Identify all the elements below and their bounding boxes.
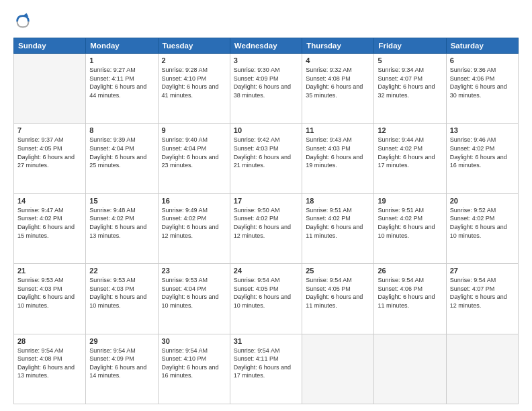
calendar-cell: 23Sunrise: 9:53 AMSunset: 4:04 PMDayligh… bbox=[158, 264, 230, 334]
day-info: Sunrise: 9:54 AMSunset: 4:11 PMDaylight:… bbox=[234, 347, 298, 380]
calendar-cell: 14Sunrise: 9:47 AMSunset: 4:02 PMDayligh… bbox=[14, 193, 86, 263]
calendar-cell: 21Sunrise: 9:53 AMSunset: 4:03 PMDayligh… bbox=[14, 264, 86, 334]
day-number: 25 bbox=[306, 267, 370, 275]
weekday-header-tuesday: Tuesday bbox=[158, 38, 230, 54]
day-number: 8 bbox=[89, 126, 154, 134]
day-number: 9 bbox=[162, 126, 226, 134]
day-info: Sunrise: 9:30 AMSunset: 4:09 PMDaylight:… bbox=[234, 66, 298, 99]
day-info: Sunrise: 9:50 AMSunset: 4:02 PMDaylight:… bbox=[234, 206, 298, 240]
calendar-cell bbox=[14, 54, 86, 124]
day-number: 21 bbox=[17, 267, 82, 275]
day-info: Sunrise: 9:49 AMSunset: 4:02 PMDaylight:… bbox=[162, 206, 226, 240]
day-info: Sunrise: 9:53 AMSunset: 4:03 PMDaylight:… bbox=[17, 276, 82, 310]
day-info: Sunrise: 9:37 AMSunset: 4:05 PMDaylight:… bbox=[17, 136, 82, 169]
day-info: Sunrise: 9:54 AMSunset: 4:08 PMDaylight:… bbox=[17, 347, 82, 380]
day-number: 23 bbox=[162, 267, 226, 275]
day-info: Sunrise: 9:54 AMSunset: 4:05 PMDaylight:… bbox=[234, 276, 298, 310]
day-number: 1 bbox=[89, 56, 154, 64]
day-info: Sunrise: 9:36 AMSunset: 4:06 PMDaylight:… bbox=[450, 66, 515, 99]
day-number: 14 bbox=[17, 197, 82, 205]
day-number: 24 bbox=[234, 267, 298, 275]
calendar-cell: 13Sunrise: 9:46 AMSunset: 4:02 PMDayligh… bbox=[446, 124, 518, 193]
day-info: Sunrise: 9:39 AMSunset: 4:04 PMDaylight:… bbox=[89, 136, 154, 169]
calendar-cell: 9Sunrise: 9:40 AMSunset: 4:04 PMDaylight… bbox=[158, 124, 230, 193]
calendar-cell: 28Sunrise: 9:54 AMSunset: 4:08 PMDayligh… bbox=[14, 334, 86, 404]
day-number: 20 bbox=[450, 197, 515, 205]
calendar-cell: 27Sunrise: 9:54 AMSunset: 4:07 PMDayligh… bbox=[446, 264, 518, 334]
day-number: 18 bbox=[306, 197, 370, 205]
day-number: 4 bbox=[306, 56, 370, 64]
calendar-table: SundayMondayTuesdayWednesdayThursdayFrid… bbox=[13, 38, 519, 404]
weekday-header-monday: Monday bbox=[86, 38, 158, 54]
day-number: 2 bbox=[162, 56, 226, 64]
calendar-cell: 19Sunrise: 9:51 AMSunset: 4:02 PMDayligh… bbox=[374, 193, 446, 263]
day-number: 5 bbox=[378, 56, 442, 64]
day-number: 22 bbox=[89, 267, 154, 275]
calendar-week-row: 28Sunrise: 9:54 AMSunset: 4:08 PMDayligh… bbox=[14, 334, 519, 404]
day-info: Sunrise: 9:52 AMSunset: 4:02 PMDaylight:… bbox=[450, 206, 515, 240]
calendar-cell: 26Sunrise: 9:54 AMSunset: 4:06 PMDayligh… bbox=[374, 264, 446, 334]
day-info: Sunrise: 9:43 AMSunset: 4:03 PMDaylight:… bbox=[306, 136, 370, 169]
day-number: 13 bbox=[450, 126, 515, 134]
day-info: Sunrise: 9:53 AMSunset: 4:04 PMDaylight:… bbox=[162, 276, 226, 310]
day-number: 6 bbox=[450, 56, 515, 64]
day-info: Sunrise: 9:51 AMSunset: 4:02 PMDaylight:… bbox=[306, 206, 370, 240]
day-info: Sunrise: 9:51 AMSunset: 4:02 PMDaylight:… bbox=[378, 206, 442, 240]
calendar-cell: 17Sunrise: 9:50 AMSunset: 4:02 PMDayligh… bbox=[230, 193, 302, 263]
day-number: 10 bbox=[234, 126, 298, 134]
calendar-cell: 25Sunrise: 9:54 AMSunset: 4:05 PMDayligh… bbox=[302, 264, 374, 334]
weekday-header-wednesday: Wednesday bbox=[230, 38, 302, 54]
calendar-cell: 10Sunrise: 9:42 AMSunset: 4:03 PMDayligh… bbox=[230, 124, 302, 193]
calendar-cell: 16Sunrise: 9:49 AMSunset: 4:02 PMDayligh… bbox=[158, 193, 230, 263]
day-number: 7 bbox=[17, 126, 82, 134]
day-number: 27 bbox=[450, 267, 515, 275]
day-info: Sunrise: 9:27 AMSunset: 4:11 PMDaylight:… bbox=[89, 66, 154, 99]
calendar-week-row: 1Sunrise: 9:27 AMSunset: 4:11 PMDaylight… bbox=[14, 54, 519, 124]
calendar-cell bbox=[374, 334, 446, 404]
calendar-cell: 8Sunrise: 9:39 AMSunset: 4:04 PMDaylight… bbox=[86, 124, 158, 193]
day-number: 30 bbox=[162, 337, 226, 345]
day-number: 26 bbox=[378, 267, 442, 275]
day-number: 19 bbox=[378, 197, 442, 205]
weekday-header-thursday: Thursday bbox=[302, 38, 374, 54]
calendar-cell: 22Sunrise: 9:53 AMSunset: 4:03 PMDayligh… bbox=[86, 264, 158, 334]
calendar-cell: 11Sunrise: 9:43 AMSunset: 4:03 PMDayligh… bbox=[302, 124, 374, 193]
day-number: 28 bbox=[17, 337, 82, 345]
day-info: Sunrise: 9:54 AMSunset: 4:10 PMDaylight:… bbox=[162, 347, 226, 380]
day-number: 31 bbox=[234, 337, 298, 345]
calendar-cell: 1Sunrise: 9:27 AMSunset: 4:11 PMDaylight… bbox=[86, 54, 158, 124]
day-info: Sunrise: 9:42 AMSunset: 4:03 PMDaylight:… bbox=[234, 136, 298, 169]
calendar-cell: 18Sunrise: 9:51 AMSunset: 4:02 PMDayligh… bbox=[302, 193, 374, 263]
day-info: Sunrise: 9:54 AMSunset: 4:09 PMDaylight:… bbox=[89, 347, 154, 380]
page: SundayMondayTuesdayWednesdayThursdayFrid… bbox=[0, 0, 532, 411]
calendar-cell: 7Sunrise: 9:37 AMSunset: 4:05 PMDaylight… bbox=[14, 124, 86, 193]
day-info: Sunrise: 9:28 AMSunset: 4:10 PMDaylight:… bbox=[162, 66, 226, 99]
day-info: Sunrise: 9:34 AMSunset: 4:07 PMDaylight:… bbox=[378, 66, 442, 99]
weekday-header-saturday: Saturday bbox=[446, 38, 518, 54]
day-info: Sunrise: 9:40 AMSunset: 4:04 PMDaylight:… bbox=[162, 136, 226, 169]
calendar-cell: 20Sunrise: 9:52 AMSunset: 4:02 PMDayligh… bbox=[446, 193, 518, 263]
weekday-header-friday: Friday bbox=[374, 38, 446, 54]
calendar-cell: 5Sunrise: 9:34 AMSunset: 4:07 PMDaylight… bbox=[374, 54, 446, 124]
calendar-cell: 2Sunrise: 9:28 AMSunset: 4:10 PMDaylight… bbox=[158, 54, 230, 124]
logo-icon bbox=[13, 12, 32, 31]
weekday-header-sunday: Sunday bbox=[14, 38, 86, 54]
day-info: Sunrise: 9:44 AMSunset: 4:02 PMDaylight:… bbox=[378, 136, 442, 169]
day-info: Sunrise: 9:32 AMSunset: 4:08 PMDaylight:… bbox=[306, 66, 370, 99]
calendar-cell: 24Sunrise: 9:54 AMSunset: 4:05 PMDayligh… bbox=[230, 264, 302, 334]
calendar-cell: 12Sunrise: 9:44 AMSunset: 4:02 PMDayligh… bbox=[374, 124, 446, 193]
day-info: Sunrise: 9:47 AMSunset: 4:02 PMDaylight:… bbox=[17, 206, 82, 240]
calendar-cell: 6Sunrise: 9:36 AMSunset: 4:06 PMDaylight… bbox=[446, 54, 518, 124]
day-number: 11 bbox=[306, 126, 370, 134]
calendar-header-row: SundayMondayTuesdayWednesdayThursdayFrid… bbox=[14, 38, 519, 54]
calendar-cell: 29Sunrise: 9:54 AMSunset: 4:09 PMDayligh… bbox=[86, 334, 158, 404]
calendar-cell: 4Sunrise: 9:32 AMSunset: 4:08 PMDaylight… bbox=[302, 54, 374, 124]
calendar-cell: 3Sunrise: 9:30 AMSunset: 4:09 PMDaylight… bbox=[230, 54, 302, 124]
calendar-week-row: 21Sunrise: 9:53 AMSunset: 4:03 PMDayligh… bbox=[14, 264, 519, 334]
calendar-week-row: 14Sunrise: 9:47 AMSunset: 4:02 PMDayligh… bbox=[14, 193, 519, 263]
day-info: Sunrise: 9:48 AMSunset: 4:02 PMDaylight:… bbox=[89, 206, 154, 240]
calendar-cell: 15Sunrise: 9:48 AMSunset: 4:02 PMDayligh… bbox=[86, 193, 158, 263]
calendar-cell bbox=[446, 334, 518, 404]
day-number: 15 bbox=[89, 197, 154, 205]
day-number: 29 bbox=[89, 337, 154, 345]
